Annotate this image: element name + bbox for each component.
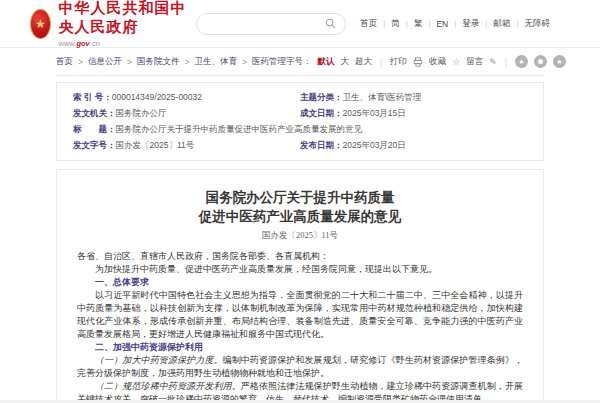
document-box: 国务院办公厅关于提升中药质量 促进中医药产业高质量发展的意见 国办发〔2025〕… xyxy=(56,169,544,403)
document-title: 国务院办公厅关于提升中药质量 促进中医药产业高质量发展的意见 xyxy=(77,188,523,226)
site-header: ★ 中华人民共和国中央人民政府 www.gov.cn 首页 | 简 | 繁 xyxy=(0,0,600,48)
national-emblem-icon: ★ xyxy=(30,9,51,39)
meta-publish-date-value: 2025年03月20日 xyxy=(343,140,406,150)
site-url: www.gov.cn xyxy=(59,39,197,48)
nav-link-simplified[interactable]: 简 xyxy=(391,18,400,30)
breadcrumb-separator: > xyxy=(78,57,83,67)
section1-heading: 一、总体要求 xyxy=(77,276,523,289)
meta-written-date: 成文日期：2025年03月15日 xyxy=(300,107,527,120)
intro-paragraph: 为加快提升中药质量、促进中医药产业高质量发展，经国务院同意，现提出以下意见。 xyxy=(77,263,523,276)
star-icon[interactable]: ☆ xyxy=(452,57,460,67)
nav-separator: | xyxy=(485,19,487,28)
meta-index-label: 索 引 号： xyxy=(73,92,112,102)
meta-doc-number-value: 国办发〔2025〕11号 xyxy=(116,140,195,150)
toolbar-separator: | xyxy=(505,57,507,67)
search-input[interactable] xyxy=(206,19,325,29)
breadcrumb-separator: > xyxy=(184,57,189,67)
pencil-icon[interactable]: ✎ xyxy=(489,57,497,67)
share-icon-2[interactable] xyxy=(534,55,547,68)
meta-title-value: 国务院办公厅关于提升中药质量促进中医药产业高质量发展的意见 xyxy=(116,124,363,134)
share-icon-3[interactable]: ★ xyxy=(553,55,566,68)
content-column: 首页 > 信息公开 > 国务院文件 > 卫生、体育 > 医药管理 字号： 默认 … xyxy=(56,48,544,403)
font-size-xlarge-button[interactable]: 超大 xyxy=(355,56,372,68)
meta-issuer-value: 国务院办公厅 xyxy=(116,108,167,118)
font-size-large-button[interactable]: 大 xyxy=(340,56,349,68)
meta-index-number: 索 引 号：000014349/2025-00032 xyxy=(73,91,300,104)
toolbar-separator: | xyxy=(380,57,382,67)
breadcrumb-item-info-disclosure[interactable]: 信息公开 xyxy=(88,56,122,68)
meta-title-label: 标 题： xyxy=(73,124,116,134)
print-button[interactable]: 打印 xyxy=(390,56,407,68)
meta-topic: 主题分类：卫生、体育\医药管理 xyxy=(300,91,527,104)
breadcrumb-toolbar-row: 首页 > 信息公开 > 国务院文件 > 卫生、体育 > 医药管理 字号： 默认 … xyxy=(56,48,544,76)
site-title: 中华人民共和国中央人民政府 xyxy=(59,0,197,37)
share-icon-2-dot xyxy=(538,59,543,64)
page-toolbar: 字号： 默认 大 超大 | 打印 收藏 ☆ 留言 ✎ | ★ ★ xyxy=(286,55,566,68)
font-size-default-button[interactable]: 默认 xyxy=(317,56,334,68)
meta-topic-value: 卫生、体育\医药管理 xyxy=(343,92,422,102)
salutation-paragraph: 各省、自治区、直辖市人民政府，国务院各部委、各直属机构： xyxy=(77,250,523,263)
share-icon-1[interactable]: ★ xyxy=(515,55,528,68)
nav-link-mail[interactable]: 邮箱 xyxy=(493,18,510,30)
nav-link-english[interactable]: EN xyxy=(436,19,448,29)
breadcrumb: 首页 > 信息公开 > 国务院文件 > 卫生、体育 > 医药管理 xyxy=(56,56,286,68)
nav-link-traditional[interactable]: 繁 xyxy=(414,18,423,30)
document-title-line2: 促进中医药产业高质量发展的意见 xyxy=(199,209,402,224)
breadcrumb-separator: > xyxy=(127,57,132,67)
meta-written-date-label: 成文日期： xyxy=(300,108,343,118)
breadcrumb-item-state-council-docs[interactable]: 国务院文件 xyxy=(137,56,180,68)
nav-separator: | xyxy=(454,19,456,28)
breadcrumb-separator: > xyxy=(242,57,247,67)
section2-item2-lead: （二）规范珍稀中药资源开发利用。 xyxy=(95,381,241,391)
meta-doc-number: 发文字号：国办发〔2025〕11号 xyxy=(73,139,300,152)
meta-title: 标 题：国务院办公厅关于提升中药质量促进中医药产业高质量发展的意见 xyxy=(73,123,527,136)
search-box[interactable] xyxy=(196,13,346,35)
meta-issuer: 发文机关：国务院办公厅 xyxy=(73,107,300,120)
top-nav: 首页 | 简 | 繁 | EN | 登录 | 邮箱 | 无障碍 xyxy=(360,18,550,30)
section1-paragraph: 以习近平新时代中国特色社会主义思想为指导，全面贯彻党的二十大和二十届二中、三中全… xyxy=(77,289,523,341)
meta-issuer-label: 发文机关： xyxy=(73,108,116,118)
printer-icon[interactable] xyxy=(413,57,423,67)
breadcrumb-item-home[interactable]: 首页 xyxy=(56,56,73,68)
emblem-star-glyph: ★ xyxy=(35,18,46,30)
nav-separator: | xyxy=(428,19,430,28)
nav-link-accessibility[interactable]: 无障碍 xyxy=(525,18,551,30)
document-metadata-box: 索 引 号：000014349/2025-00032 主题分类：卫生、体育\医药… xyxy=(56,82,544,161)
breadcrumb-item-medicine-admin[interactable]: 医药管理 xyxy=(252,56,286,68)
favorite-button[interactable]: 收藏 xyxy=(429,56,446,68)
site-logo[interactable]: ★ 中华人民共和国中央人民政府 www.gov.cn xyxy=(30,0,196,48)
breadcrumb-item-health-sports[interactable]: 卫生、体育 xyxy=(194,56,237,68)
section2-heading: 二、加强中药资源保护利用 xyxy=(77,341,523,354)
document-body: 各省、自治区、直辖市人民政府，国务院各部委、各直属机构： 为加快提升中药质量、促… xyxy=(77,250,523,403)
document-title-line1: 国务院办公厅关于提升中药质量 xyxy=(206,190,395,205)
meta-publish-date: 发布日期：2025年03月20日 xyxy=(300,139,527,152)
comment-button[interactable]: 留言 xyxy=(466,56,483,68)
page: ★ 中华人民共和国中央人民政府 www.gov.cn 首页 | 简 | 繁 xyxy=(0,0,600,403)
meta-index-value: 000014349/2025-00032 xyxy=(112,92,202,102)
meta-written-date-value: 2025年03月15日 xyxy=(343,108,406,118)
nav-separator: | xyxy=(383,19,385,28)
nav-link-home[interactable]: 首页 xyxy=(360,18,377,30)
meta-doc-number-label: 发文字号： xyxy=(73,140,116,150)
header-right: 首页 | 简 | 繁 | EN | 登录 | 邮箱 | 无障碍 xyxy=(196,13,550,35)
nav-separator: | xyxy=(406,19,408,28)
section2-item1-lead: （一）加大中药资源保护力度。 xyxy=(95,355,223,365)
nav-link-login[interactable]: 登录 xyxy=(462,18,479,30)
section2-item1: （一）加大中药资源保护力度。编制中药资源保护和发展规划，研究修订《野生药材资源保… xyxy=(77,354,523,380)
search-icon[interactable] xyxy=(325,18,336,29)
document-number: 国办发〔2025〕11号 xyxy=(77,230,523,242)
meta-publish-date-label: 发布日期： xyxy=(300,140,343,150)
nav-separator: | xyxy=(516,19,518,28)
font-size-label: 字号： xyxy=(286,56,312,68)
meta-topic-label: 主题分类： xyxy=(300,92,343,102)
